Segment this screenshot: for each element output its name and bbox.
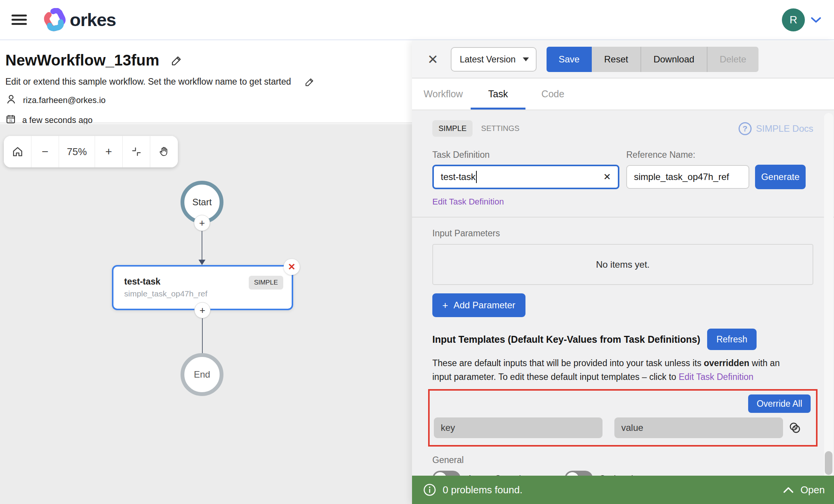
input-parameters-label: Input Parameters [432,228,813,239]
end-node-label: End [194,369,210,380]
subtab-settings[interactable]: SETTINGS [481,124,519,133]
canvas-toolbar: − 75% + [4,136,178,167]
panel-scrollbar[interactable] [824,113,833,476]
chevron-down-icon [523,57,529,61]
template-key-input [434,417,603,438]
simple-docs-link[interactable]: ? SIMPLE Docs [739,122,813,135]
owner-email: riza.farheen@orkes.io [23,95,106,105]
fit-view-icon [131,146,142,157]
hamburger-menu-icon[interactable] [11,12,27,27]
template-value-input [614,417,783,438]
account-chevron-down-icon[interactable] [810,16,822,24]
home-icon [11,146,24,158]
open-label: Open [800,484,825,496]
remove-task-button[interactable]: ✕ [284,259,300,275]
description-text: These are default inputs that will be pr… [432,358,704,368]
task-config-panel: ✕ Latest Version Save Reset Download Del… [412,41,834,504]
chevron-up-icon [783,486,794,494]
add-task-after-task-button[interactable]: + [194,302,210,318]
simple-docs-label: SIMPLE Docs [756,123,813,134]
plus-icon: + [199,304,205,316]
person-icon [5,93,17,107]
reset-button[interactable]: Reset [592,47,640,72]
add-task-after-start-button[interactable]: + [194,215,210,231]
workflow-info: NewWorkflow_13fum Edit or extend this sa… [0,41,412,123]
avatar[interactable]: R [782,8,805,31]
edit-description-pencil-icon[interactable] [305,77,315,87]
problems-message: 0 problems found. [443,484,522,496]
close-panel-icon[interactable]: ✕ [427,52,438,67]
text-cursor [476,171,477,183]
tab-task[interactable]: Task [471,79,525,110]
panel-tabs: Workflow Task Code [412,79,834,110]
tab-code[interactable]: Code [525,79,580,110]
version-selector[interactable]: Latest Version [451,47,537,72]
end-node[interactable]: End [181,353,223,396]
top-bar: orkes R [0,0,834,40]
workflow-actions: Save Reset Download Delete [547,47,759,72]
task-definition-value: test-task [441,172,476,182]
plus-icon: + [105,145,112,158]
reference-name-input[interactable] [626,165,749,189]
async-complete-toggle[interactable] [432,471,461,476]
info-icon [423,483,437,497]
orkes-logo-icon [43,8,67,32]
fit-view-button[interactable] [123,136,150,167]
override-all-button[interactable]: Override All [748,394,811,413]
save-button[interactable]: Save [547,47,592,72]
section-divider [412,217,834,218]
input-templates-highlight-box: Override All [428,389,818,447]
logo-text: orkes [70,9,116,30]
add-parameter-label: Add Parameter [453,300,515,311]
open-problems-button[interactable]: Open [783,484,825,496]
clear-input-icon[interactable]: ✕ [603,172,611,182]
svg-text:31: 31 [9,119,13,123]
panel-header: ✕ Latest Version Save Reset Download Del… [412,41,834,79]
add-parameter-button[interactable]: + Add Parameter [432,293,525,317]
arrowhead-icon [199,260,205,265]
problems-status-bar: 0 problems found. Open [412,476,834,504]
question-icon: ? [739,122,752,135]
download-button[interactable]: Download [640,47,707,72]
hand-icon [158,146,170,157]
workflow-canvas[interactable]: − 75% + Start + test-task simple_task_op… [0,124,412,504]
start-node-label: Start [192,197,212,208]
zoom-level: 75% [59,136,95,167]
general-label: General [432,455,813,465]
description-bold: overridden [704,358,749,368]
home-fit-button[interactable] [4,136,31,167]
panel-content: SIMPLE SETTINGS ? SIMPLE Docs Task Defin… [412,111,834,476]
edit-title-pencil-icon[interactable] [171,55,182,66]
edit-task-definition-link[interactable]: Edit Task Definition [432,197,504,207]
task-definition-label: Task Definition [432,150,490,160]
input-templates-description: These are default inputs that will be pr… [432,356,800,384]
reference-name-label: Reference Name: [626,150,813,160]
edit-task-definition-inline-link[interactable]: Edit Task Definition [679,372,754,382]
empty-text: No items yet. [596,259,650,270]
edge-task-end [202,318,203,354]
workflow-subtitle: Edit or extend this sample workflow. Set… [5,77,291,87]
minus-icon: − [42,145,49,158]
version-selector-value: Latest Version [460,54,516,65]
override-link-icon[interactable] [788,421,802,435]
orkes-logo: orkes [43,8,116,32]
task-node-ref: simple_task_op47h_ref [124,289,292,298]
task-definition-input[interactable]: test-task ✕ [432,165,619,189]
input-templates-heading: Input Templates (Default Key-Values from… [432,334,700,345]
plus-icon: + [199,217,205,229]
subtab-simple[interactable]: SIMPLE [432,120,473,137]
avatar-initial: R [790,14,797,26]
generate-button[interactable]: Generate [755,165,806,189]
close-icon: ✕ [288,262,296,272]
workflow-title: NewWorkflow_13fum [5,52,159,69]
pan-tool-button[interactable] [150,136,178,167]
task-type-badge: SIMPLE [249,276,283,290]
zoom-out-button[interactable]: − [31,136,59,167]
refresh-button[interactable]: Refresh [707,329,757,350]
tab-workflow[interactable]: Workflow [416,79,471,110]
optional-toggle[interactable] [565,471,593,476]
scrollbar-thumb[interactable] [825,451,832,475]
input-parameters-empty: No items yet. [432,244,813,285]
delete-button: Delete [707,47,758,72]
zoom-in-button[interactable]: + [95,136,123,167]
